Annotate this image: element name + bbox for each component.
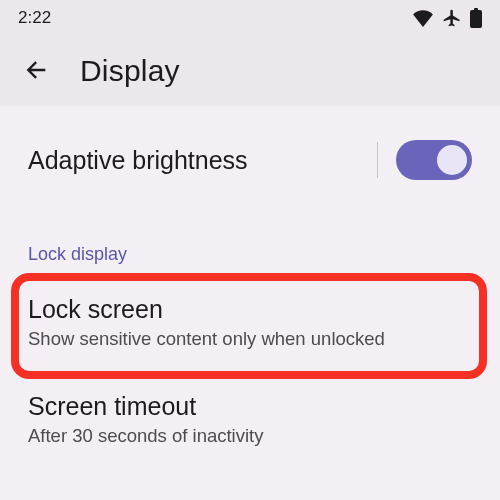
wifi-icon	[412, 9, 434, 27]
back-button[interactable]	[16, 51, 56, 91]
status-bar: 2:22	[0, 0, 500, 36]
screen-timeout-subtitle: After 30 seconds of inactivity	[28, 425, 472, 447]
battery-icon	[470, 8, 482, 28]
airplane-icon	[442, 8, 462, 28]
toggle-thumb	[437, 145, 467, 175]
setting-lock-screen[interactable]: Lock screen Show sensitive content only …	[0, 275, 500, 372]
adaptive-brightness-toggle[interactable]	[396, 140, 472, 180]
setting-adaptive-brightness[interactable]: Adaptive brightness	[0, 110, 500, 210]
status-icons	[412, 8, 482, 28]
status-time: 2:22	[18, 8, 51, 28]
adaptive-brightness-label: Adaptive brightness	[28, 146, 248, 175]
page-title: Display	[80, 54, 180, 88]
settings-list: Adaptive brightness Lock display Lock sc…	[0, 106, 500, 469]
lock-screen-subtitle: Show sensitive content only when unlocke…	[28, 328, 472, 350]
vertical-divider	[377, 142, 378, 178]
svg-rect-1	[474, 8, 478, 11]
lock-screen-title: Lock screen	[28, 295, 472, 324]
app-bar: Display	[0, 36, 500, 106]
adaptive-brightness-control	[377, 140, 472, 180]
back-arrow-icon	[22, 56, 50, 87]
screen-timeout-title: Screen timeout	[28, 392, 472, 421]
setting-screen-timeout[interactable]: Screen timeout After 30 seconds of inact…	[0, 372, 500, 469]
svg-rect-0	[470, 10, 482, 28]
section-lock-display: Lock display	[0, 210, 500, 275]
